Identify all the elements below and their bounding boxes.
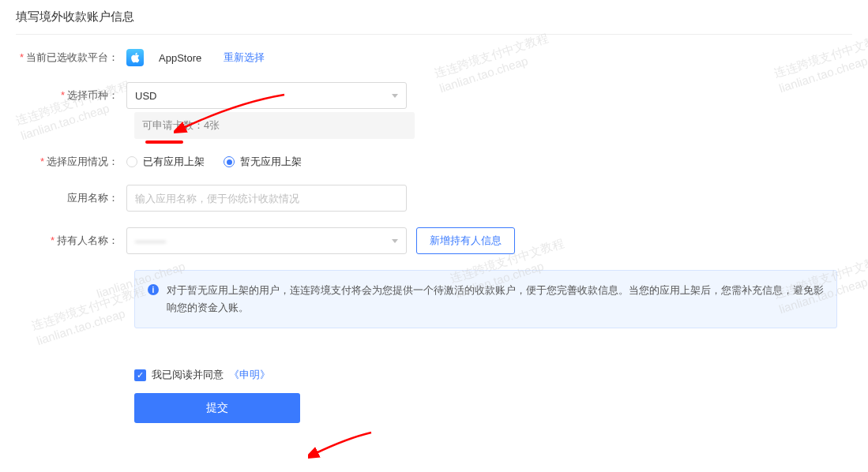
app-name-input[interactable] [126,185,407,212]
agreement-row: ✓ 我已阅读并同意 《申明》 [134,368,868,382]
divider [16,34,852,35]
radio-icon [126,156,137,167]
annotation-underline [145,140,183,144]
card-quota-info: 可申请卡数：4张 [134,112,415,139]
platform-row: 当前已选收款平台： AppStore 重新选择 [0,49,868,66]
chevron-down-icon [392,94,398,98]
currency-row: 选择币种： USD [0,82,868,109]
currency-value: USD [135,90,156,102]
declaration-link[interactable]: 《申明》 [229,368,270,382]
submit-button[interactable]: 提交 [134,393,300,423]
platform-name: AppStore [159,52,201,64]
holder-select[interactable]: ——— [126,227,407,254]
app-name-row: 应用名称： [0,185,868,212]
page-title: 填写境外收款账户信息 [0,0,868,34]
appstore-icon [126,49,144,66]
annotation-arrow [308,430,379,462]
holder-row: 持有人名称： ——— 新增持有人信息 [0,227,868,254]
app-status-row: 选择应用情况： 已有应用上架 暂无应用上架 [0,155,868,169]
add-holder-button[interactable]: 新增持有人信息 [416,227,515,254]
chevron-down-icon [392,239,398,243]
agree-checkbox[interactable]: ✓ [134,369,146,381]
platform-label: 当前已选收款平台： [16,51,126,65]
agree-text: 我已阅读并同意 [152,368,224,382]
notice-box: i 对于暂无应用上架的用户，连连跨境支付将会为您提供一个待激活的收款账户，便于您… [134,270,837,328]
holder-value-blurred: ——— [135,235,166,247]
currency-select[interactable]: USD [126,82,407,109]
radio-no-app-label: 暂无应用上架 [240,155,302,169]
radio-has-app[interactable]: 已有应用上架 [126,155,205,169]
currency-label: 选择币种： [16,88,126,103]
app-name-label: 应用名称： [16,191,126,205]
app-status-label: 选择应用情况： [16,155,126,169]
radio-has-app-label: 已有应用上架 [143,155,205,169]
info-icon: i [148,284,159,295]
radio-no-app[interactable]: 暂无应用上架 [224,155,302,169]
reselect-link[interactable]: 重新选择 [224,51,265,65]
radio-icon-checked [224,156,235,167]
holder-label: 持有人名称： [16,234,126,248]
notice-text: 对于暂无应用上架的用户，连连跨境支付将会为您提供一个待激活的收款账户，便于您完善… [167,282,824,317]
